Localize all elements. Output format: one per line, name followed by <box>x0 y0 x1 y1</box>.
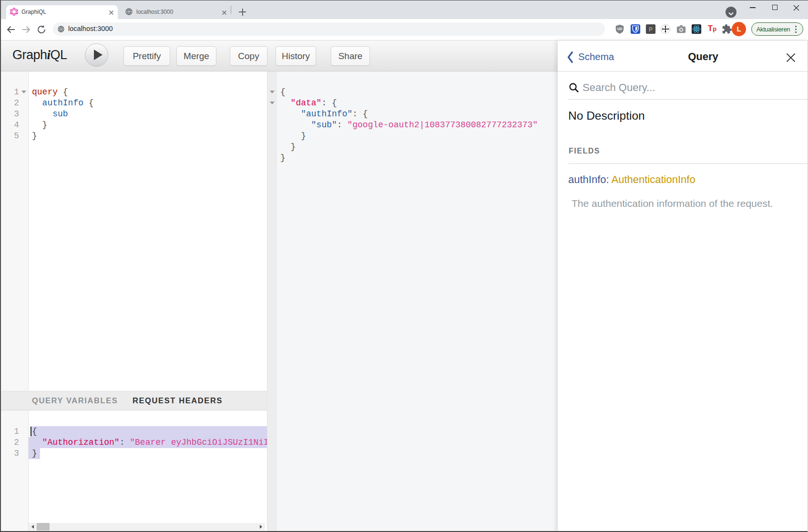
svg-text:UD: UD <box>617 27 623 31</box>
svg-text:P: P <box>649 26 653 33</box>
